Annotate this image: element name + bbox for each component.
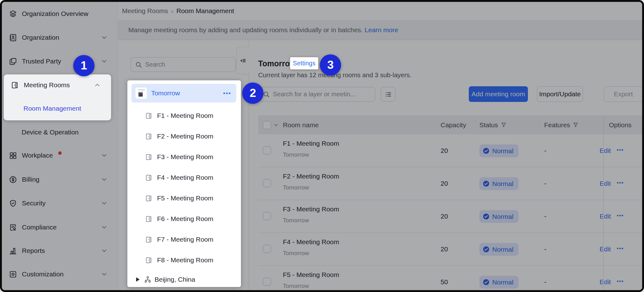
column-status: Status [479,115,507,134]
edit-link[interactable]: Edit [600,147,611,154]
checkbox-icon[interactable] [263,121,271,129]
room-management-panel: Tomorrow Settings Current layer has 12 m… [249,40,642,290]
tree-item-f7[interactable]: F7 - Meeting Room [127,229,241,250]
sidebar-item-organization[interactable]: Organization [2,29,118,46]
export-button[interactable]: Export [604,86,642,102]
import-update-button[interactable]: Import/Update [537,86,583,102]
edit-link[interactable]: Edit [600,213,611,220]
row-checkbox[interactable] [263,278,271,286]
tree-item-f8[interactable]: F8 - Meeting Room [127,250,241,270]
org-hierarchy-icon [144,275,152,284]
tree-item-f4[interactable]: F4 - Meeting Room [127,167,241,188]
meeting-room-icon [145,194,153,202]
select-all-checkbox[interactable] [263,115,279,134]
sidebar-item-security[interactable]: Security [2,194,118,212]
sidebar-item-device-operation[interactable]: Device & Operation [2,123,118,141]
tree-item-f3[interactable]: F3 - Meeting Room [127,147,241,167]
room-features: - [544,180,546,187]
sidebar-item-label: Organization Overview [22,10,88,18]
sidebar-item-compliance[interactable]: Compliance [2,219,118,236]
learn-more-link[interactable]: Learn more [365,26,398,34]
room-layer: Tomorrow [283,250,309,257]
sidebar-item-reports[interactable]: Reports [2,242,118,259]
chevron-down-icon[interactable] [273,123,279,128]
breadcrumb-current: Room Management [176,7,234,15]
tree-item-f2[interactable]: F2 - Meeting Room [127,126,241,147]
table-row: F2 - Meeting Room Tomorrow 20 Normal - E… [258,167,642,200]
sidebar-item-label: Workplace [22,152,53,159]
sidebar-item-organization-overview[interactable]: Organization Overview [2,5,118,23]
row-checkbox[interactable] [263,245,271,253]
layer-thumbnail-icon [135,87,147,99]
room-features: - [544,213,546,220]
tree-item-f6[interactable]: F6 - Meeting Room [127,209,241,229]
row-checkbox[interactable] [263,179,271,187]
edit-link[interactable]: Edit [600,245,611,253]
row-more-icon[interactable]: ••• [617,278,624,284]
status-badge: Normal [479,276,519,289]
info-banner: Manage meeting rooms by adding and updat… [118,20,642,40]
chevron-down-icon [101,34,107,41]
table-row: F1 - Meeting Room Tomorrow 20 Normal - E… [258,134,642,167]
tree-root-tomorrow[interactable]: Tomorrow ••• [131,84,236,103]
status-badge: Normal [479,210,519,223]
table-row: F4 - Meeting Room Tomorrow 20 Normal - E… [258,233,642,266]
tree-item-beijing[interactable]: Beijing, China [127,270,241,289]
room-capacity: 50 [441,278,448,286]
meeting-room-icon [145,112,153,120]
check-circle-icon [483,213,490,220]
expand-caret-icon[interactable] [136,277,140,282]
chevron-down-icon [101,58,107,64]
tree-search-input[interactable] [145,61,231,68]
edit-link[interactable]: Edit [600,278,611,286]
column-room-name: Room name [283,115,319,134]
tree-item-label: F4 - Meeting Room [157,174,213,181]
tree-item-f5[interactable]: F5 - Meeting Room [127,188,241,209]
grid-icon [9,151,17,160]
sidebar-item-room-management[interactable]: Room Management [4,100,111,117]
row-more-icon[interactable]: ••• [617,147,624,153]
collapse-panel-button[interactable] [236,47,249,74]
column-features: Features [544,115,579,134]
more-menu-icon[interactable]: ••• [223,90,231,97]
room-features: - [544,278,546,286]
row-more-icon[interactable]: ••• [617,213,624,219]
tree-item-f1[interactable]: F1 - Meeting Room [127,105,241,126]
room-name: F1 - Meeting Room [283,140,339,147]
sidebar-item-label: Room Management [23,105,81,112]
room-layer: Tomorrow [283,217,309,224]
room-search-input[interactable] [273,91,371,98]
sidebar-item-label: Compliance [22,224,57,231]
room-capacity: 20 [441,245,448,253]
add-meeting-room-button[interactable]: Add meeting room [469,86,528,102]
row-checkbox[interactable] [263,212,271,220]
room-layer: Tomorrow [283,184,309,191]
room-layer: Tomorrow [283,283,309,289]
room-name: F3 - Meeting Room [283,205,339,213]
banner-text: Manage meeting rooms by adding and updat… [128,26,363,34]
admin-console-window: Organization Overview Organization Trust… [2,2,642,290]
row-more-icon[interactable]: ••• [617,245,624,252]
row-checkbox[interactable] [263,146,271,154]
sidebar-item-customization[interactable]: Customization [2,265,118,283]
main-area: Meeting Rooms › Room Management Manage m… [118,2,642,290]
room-features: - [544,147,546,154]
settings-button[interactable]: Settings [290,57,318,69]
filter-icon[interactable] [501,122,507,128]
column-features-label: Features [544,121,570,129]
sidebar-item-trusted-party[interactable]: Trusted Party [2,53,118,70]
row-more-icon[interactable]: ••• [617,180,624,186]
sidebar-item-workplace[interactable]: Workplace [2,147,118,164]
edit-link[interactable]: Edit [600,180,611,187]
list-view-button[interactable] [381,87,396,102]
status-badge: Normal [479,243,519,256]
tree-root-label: Tomorrow [151,89,219,97]
breadcrumb-parent[interactable]: Meeting Rooms [122,7,168,15]
room-search [258,87,375,102]
tree-item-label: F2 - Meeting Room [157,133,213,140]
search-icon [135,61,142,68]
sidebar-item-meeting-rooms[interactable]: Meeting Rooms [4,76,111,94]
dollar-circle-icon [9,175,17,184]
filter-icon[interactable] [573,122,579,128]
sidebar-item-billing[interactable]: Billing [2,171,118,188]
